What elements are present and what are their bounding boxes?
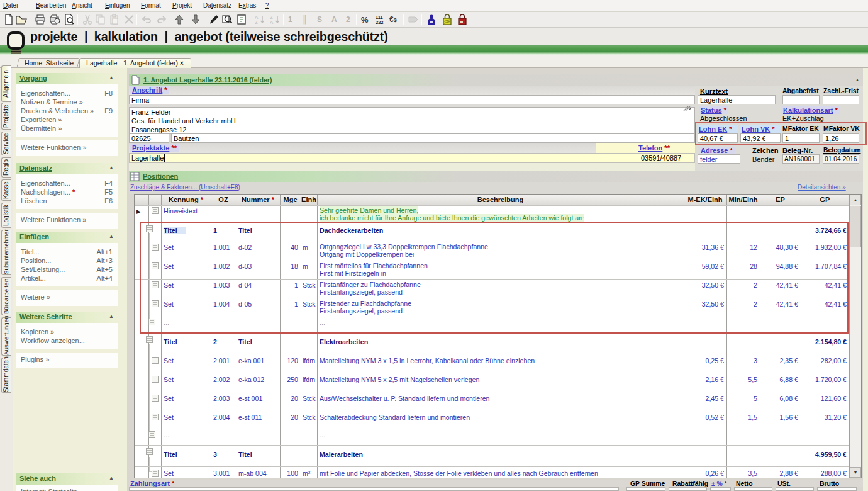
svg-text:222: 222 — [376, 20, 384, 25]
svg-text:Z: Z — [255, 20, 258, 25]
svg-text:A: A — [270, 20, 274, 25]
